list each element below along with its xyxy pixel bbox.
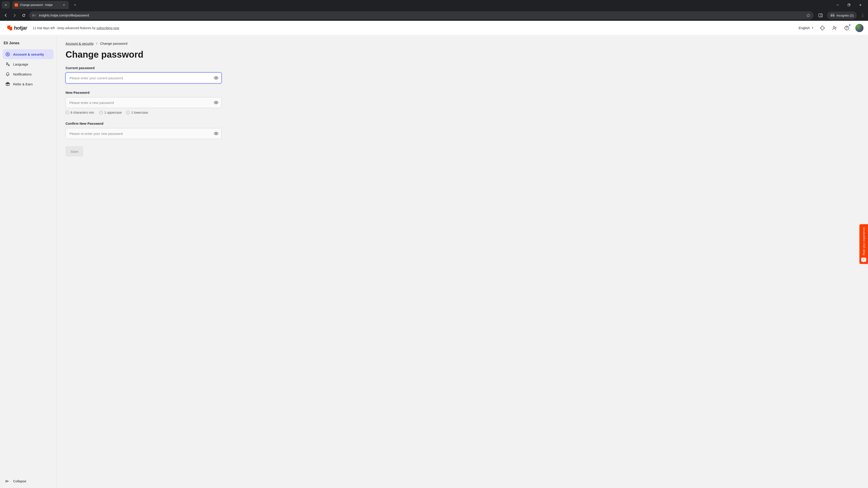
sidebar-item-language[interactable]: Language xyxy=(3,59,54,69)
gift-icon xyxy=(5,82,10,86)
svg-rect-6 xyxy=(819,14,822,17)
current-password-label: Current password xyxy=(66,66,221,70)
current-password-group: Current password xyxy=(66,66,221,84)
svg-rect-4 xyxy=(32,15,34,16)
svg-point-8 xyxy=(833,26,835,28)
hotjar-logo[interactable]: hotjar xyxy=(7,25,27,31)
hint-uppercase: ✓1 uppercase xyxy=(99,111,122,114)
tab-strip: Change password - Hotjar ✕ + ✕ xyxy=(0,0,868,10)
incognito-icon xyxy=(830,14,835,17)
invite-user-icon[interactable] xyxy=(831,24,838,32)
svg-point-15 xyxy=(216,77,217,78)
minimize-button[interactable] xyxy=(833,1,843,8)
tab-title: Change password - Hotjar xyxy=(20,3,60,6)
hint-lowercase: ✓1 lowercase xyxy=(126,111,148,114)
tab-close-button[interactable]: ✕ xyxy=(62,3,66,7)
language-icon xyxy=(5,62,10,66)
sidebar-item-account-security[interactable]: Account & security xyxy=(3,49,54,59)
notification-dot xyxy=(848,24,851,26)
password-hints: ✓8 characters min. ✓1 uppercase ✓1 lower… xyxy=(66,111,221,114)
forward-button[interactable] xyxy=(11,11,19,19)
collapse-icon xyxy=(5,480,10,483)
sidebar-item-label: Language xyxy=(13,62,28,66)
language-label: English xyxy=(799,26,810,30)
breadcrumb-root-link[interactable]: Account & security xyxy=(66,41,94,45)
app-viewport: hotjar 11 trial days left - keep advance… xyxy=(0,21,868,488)
check-icon: ✓ xyxy=(66,111,69,114)
sidebar: Eli Jones Account & security Language No… xyxy=(0,35,57,488)
sidebar-item-label: Notifications xyxy=(13,72,32,76)
language-selector[interactable]: English ▼ xyxy=(799,26,814,30)
bookmark-star-icon[interactable] xyxy=(806,13,810,18)
url-text: insights.hotjar.com/profile/password xyxy=(39,13,804,17)
incognito-indicator[interactable]: Incognito (2) xyxy=(827,11,857,19)
sidebar-item-label: Account & security xyxy=(13,53,44,56)
back-button[interactable] xyxy=(2,11,9,19)
hint-min-chars: ✓8 characters min. xyxy=(66,111,95,114)
chevron-down-icon: ▼ xyxy=(811,27,814,29)
check-icon: ✓ xyxy=(99,111,103,114)
new-password-group: New Password ✓8 characters min. ✓1 upper… xyxy=(66,91,221,114)
browser-toolbar: insights.hotjar.com/profile/password Inc… xyxy=(0,10,868,21)
svg-point-17 xyxy=(216,133,217,134)
breadcrumb-current: Change password xyxy=(100,41,127,45)
feedback-tab[interactable]: Rate your experience •• xyxy=(860,224,868,264)
user-avatar[interactable] xyxy=(855,24,864,32)
save-button[interactable]: Save xyxy=(66,146,83,157)
trial-banner: 11 trial days left - keep advanced featu… xyxy=(33,26,119,30)
collapse-sidebar-button[interactable]: Collapse xyxy=(3,477,54,485)
svg-point-16 xyxy=(216,102,217,103)
collapse-label: Collapse xyxy=(13,479,26,483)
hotjar-favicon xyxy=(14,3,18,7)
breadcrumb-separator: / xyxy=(96,41,97,45)
main-content: Account & security / Change password Cha… xyxy=(57,35,868,488)
subscribe-link[interactable]: subscribing now xyxy=(96,26,119,30)
breadcrumb: Account & security / Change password xyxy=(66,41,859,45)
svg-point-10 xyxy=(6,53,10,56)
check-icon: ✓ xyxy=(126,111,130,114)
toggle-visibility-icon[interactable] xyxy=(213,75,219,80)
current-password-input[interactable] xyxy=(66,72,221,84)
chat-smile-icon: •• xyxy=(861,258,866,262)
toggle-visibility-icon[interactable] xyxy=(213,131,219,136)
hotjar-logo-text: hotjar xyxy=(14,25,27,31)
tab-search-dropdown[interactable] xyxy=(2,1,10,8)
new-tab-button[interactable]: + xyxy=(72,2,78,8)
new-password-label: New Password xyxy=(66,91,221,94)
app-header: hotjar 11 trial days left - keep advance… xyxy=(0,21,868,35)
new-password-input[interactable] xyxy=(66,97,221,108)
svg-rect-3 xyxy=(32,14,34,15)
page-title: Change password xyxy=(66,50,859,60)
close-window-button[interactable]: ✕ xyxy=(855,1,865,8)
incognito-label: Incognito (2) xyxy=(837,14,854,17)
toggle-visibility-icon[interactable] xyxy=(213,100,219,105)
confirm-password-input[interactable] xyxy=(66,128,221,139)
confirm-password-group: Confirm New Password xyxy=(66,122,221,139)
reload-button[interactable] xyxy=(20,11,28,19)
confirm-password-label: Confirm New Password xyxy=(66,122,221,125)
sidebar-item-refer-earn[interactable]: Refer & Earn xyxy=(3,79,54,89)
svg-point-5 xyxy=(35,15,36,16)
chevron-down-icon xyxy=(4,4,7,6)
bell-icon xyxy=(5,72,10,76)
browser-menu-button[interactable]: ⋮ xyxy=(860,13,866,18)
svg-rect-2 xyxy=(848,4,850,6)
sidebar-username: Eli Jones xyxy=(3,40,54,49)
help-icon[interactable] xyxy=(843,24,850,32)
sidebar-item-label: Refer & Earn xyxy=(13,82,33,86)
maximize-button[interactable] xyxy=(844,1,854,8)
sidebar-item-notifications[interactable]: Notifications xyxy=(3,69,54,79)
hotjar-logo-mark xyxy=(7,26,12,31)
site-info-icon[interactable] xyxy=(32,13,36,17)
svg-point-11 xyxy=(7,53,8,55)
user-circle-icon xyxy=(5,52,10,57)
integrations-icon[interactable] xyxy=(819,24,826,32)
feedback-label: Rate your experience xyxy=(862,227,866,255)
browser-tab[interactable]: Change password - Hotjar ✕ xyxy=(12,1,69,9)
window-controls: ✕ xyxy=(833,1,866,8)
browser-chrome: Change password - Hotjar ✕ + ✕ insights.… xyxy=(0,0,868,21)
address-bar[interactable]: insights.hotjar.com/profile/password xyxy=(29,11,813,20)
side-panel-button[interactable] xyxy=(817,11,825,19)
